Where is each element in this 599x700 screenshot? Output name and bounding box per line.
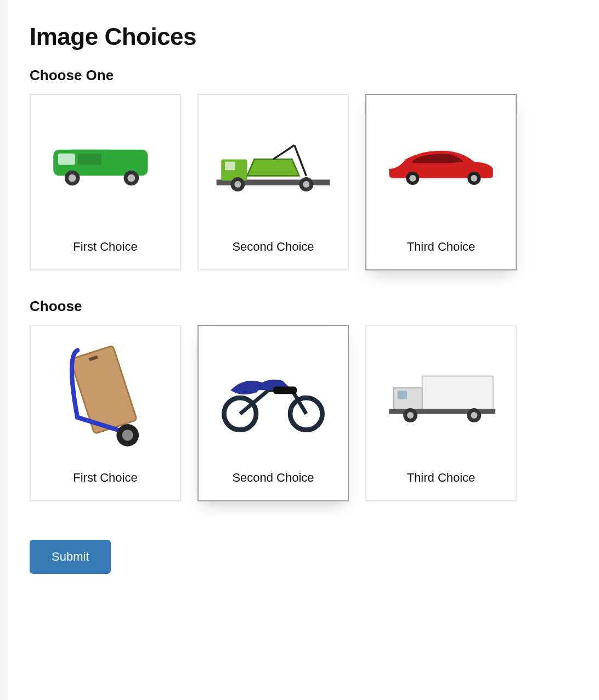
svg-point-4 <box>69 174 76 182</box>
submit-button[interactable]: Submit <box>30 540 111 574</box>
choice-card[interactable]: Third Choice <box>365 325 517 501</box>
page-title: Image Choices <box>30 23 577 50</box>
hand-truck-icon <box>31 326 180 459</box>
group-heading: Choose <box>30 298 577 315</box>
sedan-icon <box>366 95 516 228</box>
svg-rect-29 <box>398 391 407 399</box>
choice-group-1: Choose One First Choice <box>30 67 577 270</box>
choice-label: Third Choice <box>402 459 481 500</box>
svg-point-23 <box>122 430 133 441</box>
svg-point-32 <box>407 412 414 419</box>
group-heading: Choose One <box>30 67 577 84</box>
choice-card[interactable]: Second Choice <box>197 325 349 501</box>
choice-card[interactable]: Second Choice <box>197 94 349 270</box>
choice-row: First Choice Second Ch <box>30 94 577 270</box>
svg-rect-27 <box>422 376 493 409</box>
svg-line-10 <box>273 145 295 160</box>
choice-row: First Choice Second Choice <box>30 325 577 501</box>
svg-point-13 <box>234 181 241 188</box>
svg-point-19 <box>471 175 477 182</box>
choice-label: First Choice <box>67 228 143 269</box>
form-page: Image Choices Choose One First Choice <box>8 0 599 700</box>
skip-truck-icon <box>199 95 348 228</box>
choice-card[interactable]: First Choice <box>30 94 181 270</box>
choice-label: First Choice <box>67 459 143 500</box>
choice-group-2: Choose First Choice <box>30 298 577 501</box>
choice-card[interactable]: First Choice <box>30 325 181 501</box>
choice-label: Second Choice <box>227 459 319 500</box>
svg-point-34 <box>471 412 477 419</box>
svg-rect-1 <box>58 154 75 165</box>
svg-point-15 <box>303 181 309 188</box>
van-icon <box>31 95 180 228</box>
box-truck-icon <box>366 326 516 459</box>
svg-rect-9 <box>225 162 235 171</box>
choice-label: Second Choice <box>227 228 319 269</box>
svg-rect-26 <box>273 386 297 394</box>
motorcycle-icon <box>199 326 348 459</box>
svg-point-17 <box>409 175 416 182</box>
svg-point-6 <box>127 174 135 182</box>
choice-label: Third Choice <box>402 228 481 269</box>
choice-card[interactable]: Third Choice <box>365 94 517 270</box>
svg-rect-2 <box>78 154 101 165</box>
